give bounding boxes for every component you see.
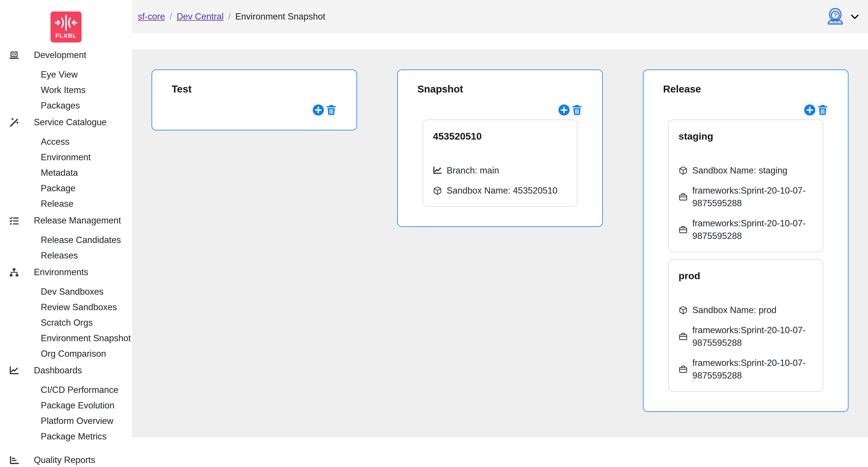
- anonymous-user-avatar-icon: ?: [826, 7, 845, 26]
- sidebar-section-label: Quality Reports: [34, 455, 95, 465]
- environment-detail-row: frameworks:Sprint-20-10-07-9875595288: [679, 357, 813, 382]
- sidebar-item-dev-sandboxes[interactable]: Dev Sandboxes: [0, 284, 132, 299]
- environment-detail-row: Sandbox Name: staging: [679, 164, 813, 177]
- column-title: Test: [172, 82, 337, 96]
- environment-detail-row: frameworks:Sprint-20-10-07-9875595288: [679, 217, 813, 242]
- delete-button[interactable]: [326, 104, 337, 115]
- sidebar-item-scratch-orgs[interactable]: Scratch Orgs: [0, 315, 132, 330]
- environment-detail-row: Branch: main: [433, 164, 567, 177]
- add-environment-button[interactable]: [312, 104, 324, 116]
- sitemap-icon: [9, 267, 19, 277]
- sidebar-item-release-candidates[interactable]: Release Candidates: [0, 232, 132, 247]
- breadcrumb-link-sf-core[interactable]: sf-core: [138, 11, 165, 22]
- cube-icon: [679, 305, 688, 315]
- sidebar-section-environments[interactable]: Environments: [0, 264, 132, 280]
- column-actions: [172, 102, 337, 117]
- briefcase-icon: [679, 225, 688, 234]
- briefcase-icon: [679, 332, 688, 341]
- environment-detail-row: Sandbox Name: 453520510: [433, 184, 567, 197]
- flxbl-logo-icon: FLXBL: [51, 11, 82, 42]
- delete-button[interactable]: [571, 104, 583, 115]
- sidebar-item-package-evolution[interactable]: Package Evolution: [0, 398, 132, 413]
- sidebar-item-review-sandboxes[interactable]: Review Sandboxes: [0, 299, 132, 315]
- briefcase-icon: [679, 193, 688, 202]
- circle-plus-icon: [312, 104, 324, 116]
- sidebar-section-development[interactable]: Development: [0, 47, 132, 63]
- trash-icon: [817, 104, 828, 115]
- sidebar-section-label: Service Catalogue: [34, 117, 106, 127]
- laptop-code-icon: [9, 50, 19, 60]
- sidebar-section-label: Development: [34, 50, 86, 60]
- sidebar-item-environment[interactable]: Environment: [0, 149, 132, 165]
- release-card: ReleasestagingSandbox Name: stagingframe…: [643, 69, 848, 412]
- environment-name: prod: [679, 269, 813, 283]
- environment-detail-text: frameworks:Sprint-20-10-07-9875595288: [692, 357, 813, 382]
- chart-bars-icon: [9, 455, 19, 465]
- column-title: Snapshot: [417, 82, 583, 96]
- trash-icon: [326, 104, 337, 115]
- environment-detail-row: Sandbox Name: prod: [679, 304, 813, 317]
- sidebar-item-org-comparison[interactable]: Org Comparison: [0, 346, 132, 361]
- test-card: Test: [152, 69, 357, 130]
- breadcrumb-link-dev-central[interactable]: Dev Central: [177, 11, 224, 22]
- sidebar-item-package-metrics[interactable]: Package Metrics: [0, 429, 132, 444]
- sidebar-item-eye-view[interactable]: Eye View: [0, 67, 132, 82]
- sidebar-item-environment-snapshot[interactable]: Environment Snapshot: [0, 330, 132, 346]
- sidebar-section-service-catalogue[interactable]: Service Catalogue: [0, 114, 132, 130]
- environment-detail-text: Sandbox Name: 453520510: [446, 184, 557, 197]
- sidebar-section-quality-reports[interactable]: Quality Reports: [0, 452, 132, 467]
- add-environment-button[interactable]: [558, 104, 570, 116]
- sidebar-section-dashboards[interactable]: Dashboards: [0, 362, 132, 379]
- environment-card-453520510: 453520510Branch: mainSandbox Name: 45352…: [423, 119, 578, 207]
- environment-detail-text: frameworks:Sprint-20-10-07-9875595288: [692, 217, 813, 242]
- app-root: FLXBL DevelopmentEye ViewWork ItemsPacka…: [0, 0, 868, 467]
- environment-card-staging: stagingSandbox Name: stagingframeworks:S…: [668, 119, 823, 252]
- cube-icon: [679, 166, 688, 175]
- sidebar-section-label: Environments: [34, 267, 88, 278]
- column-test: Test: [152, 69, 357, 130]
- environment-name: 453520510: [433, 129, 567, 144]
- user-menu-button[interactable]: ?: [826, 7, 859, 26]
- column-actions: [663, 102, 828, 117]
- sidebar-item-work-items[interactable]: Work Items: [0, 82, 132, 98]
- sidebar-section-release-management[interactable]: Release Management: [0, 212, 132, 229]
- main-content: TestSnapshot453520510Branch: mainSandbox…: [132, 33, 868, 467]
- environment-detail-text: Sandbox Name: prod: [692, 304, 776, 317]
- column-release: ReleasestagingSandbox Name: stagingframe…: [643, 69, 848, 412]
- breadcrumb-separator: /: [228, 11, 231, 22]
- environment-name: staging: [679, 129, 813, 144]
- chart-line-icon: [433, 166, 442, 175]
- sidebar-item-releases[interactable]: Releases: [0, 247, 132, 263]
- breadcrumb-separator: /: [169, 11, 172, 22]
- environment-detail-text: Branch: main: [446, 164, 499, 177]
- sidebar: FLXBL DevelopmentEye ViewWork ItemsPacka…: [0, 0, 132, 467]
- add-environment-button[interactable]: [804, 104, 816, 116]
- sidebar-item-access[interactable]: Access: [0, 134, 132, 149]
- sidebar-item-metadata[interactable]: Metadata: [0, 165, 132, 180]
- sidebar-item-ci-cd-performance[interactable]: CI/CD Performance: [0, 382, 132, 398]
- chart-line-icon: [9, 366, 19, 375]
- list-check-icon: [9, 216, 19, 226]
- sidebar-item-platform-overview[interactable]: Platform Overview: [0, 413, 132, 429]
- sidebar-section-label: Dashboards: [34, 365, 82, 376]
- logo-text: FLXBL: [55, 32, 76, 39]
- environment-detail-text: frameworks:Sprint-20-10-07-9875595288: [692, 324, 813, 349]
- sidebar-nav: DevelopmentEye ViewWork ItemsPackagesSer…: [0, 47, 132, 467]
- environment-detail-text: Sandbox Name: staging: [692, 164, 787, 177]
- topbar: sf-core / Dev Central / Environment Snap…: [132, 0, 868, 33]
- sidebar-item-release[interactable]: Release: [0, 196, 132, 211]
- environment-detail-row: frameworks:Sprint-20-10-07-9875595288: [679, 184, 813, 210]
- trash-icon: [571, 104, 583, 115]
- chevron-down-icon: [851, 14, 859, 19]
- sidebar-item-packages[interactable]: Packages: [0, 98, 132, 113]
- snapshot-card: Snapshot453520510Branch: mainSandbox Nam…: [397, 69, 603, 227]
- sidebar-item-package[interactable]: Package: [0, 180, 132, 196]
- environment-detail-text: frameworks:Sprint-20-10-07-9875595288: [692, 184, 813, 210]
- svg-text:?: ?: [834, 12, 837, 19]
- column-title: Release: [663, 82, 828, 96]
- environment-card-prod: prodSandbox Name: prodframeworks:Sprint-…: [668, 259, 823, 392]
- delete-button[interactable]: [817, 104, 828, 115]
- logo-link[interactable]: FLXBL: [51, 11, 82, 42]
- column-snapshot: Snapshot453520510Branch: mainSandbox Nam…: [397, 69, 603, 227]
- breadcrumb: sf-core / Dev Central / Environment Snap…: [138, 11, 325, 22]
